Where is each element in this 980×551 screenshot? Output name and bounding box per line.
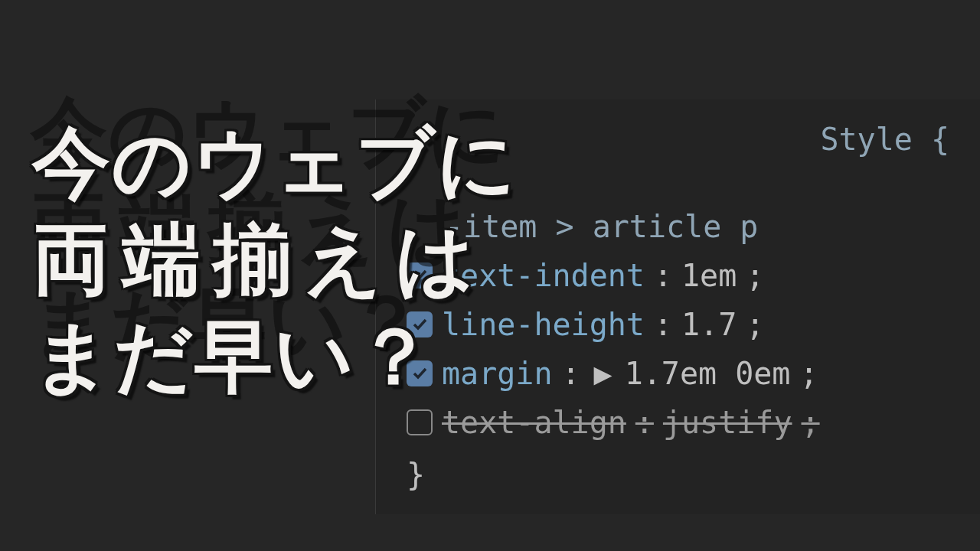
css-property-value[interactable]: justify [663,398,792,447]
css-property-value[interactable]: 1.7em 0em [625,349,791,398]
css-property-value[interactable]: 1.7 [681,300,737,349]
expand-arrow-icon[interactable]: ▶ [594,349,612,398]
css-rule-row: text-align: justify; [399,398,980,447]
css-property-name: text-align [442,398,626,447]
brace-close: } [399,450,980,499]
css-property-value[interactable]: 1em [681,251,737,300]
checkbox-icon[interactable] [407,409,433,435]
page-title: 今のウェブに 両端揃えは まだ早い？ [32,115,518,405]
